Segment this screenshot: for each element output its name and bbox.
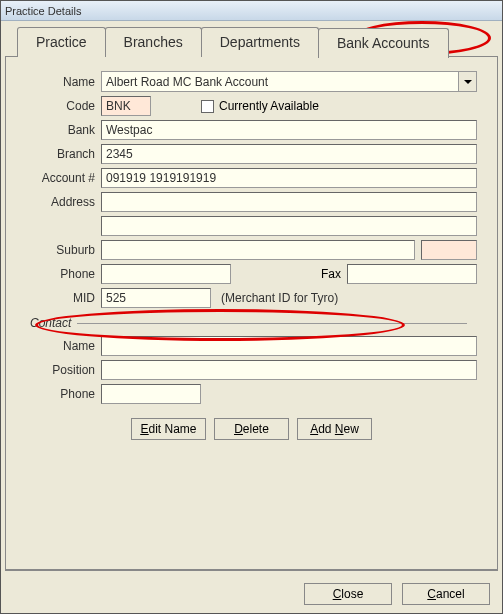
- suburb-code-field[interactable]: [421, 240, 477, 260]
- label-branch: Branch: [26, 147, 101, 161]
- contact-section-header: Contact: [30, 316, 477, 330]
- tabbar: Practice Branches Departments Bank Accou…: [17, 27, 498, 57]
- edit-name-button[interactable]: Edit Name: [131, 418, 206, 440]
- address1-field[interactable]: [101, 192, 477, 212]
- branch-field[interactable]: [101, 144, 477, 164]
- bank-field[interactable]: [101, 120, 477, 140]
- label-contact: Contact: [30, 316, 71, 330]
- code-field[interactable]: [101, 96, 151, 116]
- window-title: Practice Details: [5, 5, 81, 17]
- suburb-field[interactable]: [101, 240, 415, 260]
- label-contact-phone: Phone: [26, 387, 101, 401]
- contact-phone-field[interactable]: [101, 384, 201, 404]
- tab-practice[interactable]: Practice: [17, 27, 106, 57]
- action-bar: Edit Name Delete Add New: [26, 418, 477, 440]
- label-phone: Phone: [26, 267, 101, 281]
- tab-branches[interactable]: Branches: [105, 27, 202, 57]
- label-currently-available: Currently Available: [219, 99, 319, 113]
- tab-departments[interactable]: Departments: [201, 27, 319, 57]
- address2-field[interactable]: [101, 216, 477, 236]
- label-address: Address: [26, 195, 101, 209]
- mid-note: (Merchant ID for Tyro): [211, 291, 338, 305]
- currently-available-checkbox[interactable]: [201, 100, 214, 113]
- label-suburb: Suburb: [26, 243, 101, 257]
- titlebar: Practice Details: [1, 1, 502, 21]
- label-fax: Fax: [231, 267, 347, 281]
- name-dropdown-text: Albert Road MC Bank Account: [102, 75, 458, 89]
- label-code: Code: [26, 99, 101, 113]
- name-dropdown[interactable]: Albert Road MC Bank Account: [101, 71, 477, 92]
- label-position: Position: [26, 363, 101, 377]
- add-new-button[interactable]: Add New: [297, 418, 372, 440]
- label-mid: MID: [26, 291, 101, 305]
- label-name: Name: [26, 75, 101, 89]
- close-button[interactable]: Close: [304, 583, 392, 605]
- mid-field[interactable]: [101, 288, 211, 308]
- label-account-no: Account #: [26, 171, 101, 185]
- label-bank: Bank: [26, 123, 101, 137]
- cancel-button[interactable]: Cancel: [402, 583, 490, 605]
- delete-button[interactable]: Delete: [214, 418, 289, 440]
- tab-bank-accounts[interactable]: Bank Accounts: [318, 28, 449, 58]
- footer: Close Cancel: [5, 570, 498, 609]
- tabpanel-bank-accounts: Name Albert Road MC Bank Account Code Cu…: [5, 56, 498, 570]
- position-field[interactable]: [101, 360, 477, 380]
- name-dropdown-button[interactable]: [458, 72, 476, 91]
- account-no-field[interactable]: [101, 168, 477, 188]
- phone-field[interactable]: [101, 264, 231, 284]
- label-contact-name: Name: [26, 339, 101, 353]
- fax-field[interactable]: [347, 264, 477, 284]
- divider: [77, 323, 467, 324]
- practice-details-window: Practice Details Practice Branches Depar…: [0, 0, 503, 614]
- chevron-down-icon: [464, 80, 472, 84]
- content-area: Practice Branches Departments Bank Accou…: [1, 21, 502, 613]
- contact-name-field[interactable]: [101, 336, 477, 356]
